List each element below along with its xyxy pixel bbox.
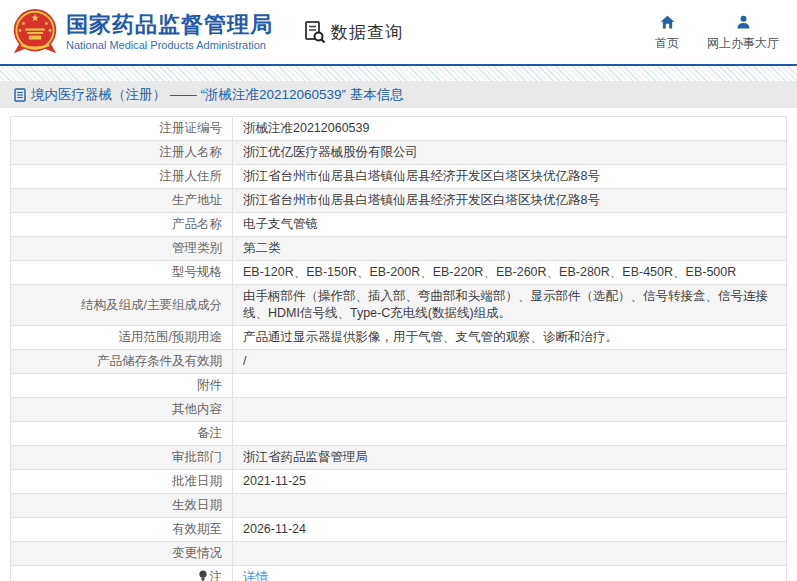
row-label: 审批部门 (172, 450, 222, 464)
row-label: 注册人住所 (160, 169, 223, 183)
table-row: 注 详情 (11, 566, 787, 581)
row-value-cell: EB-120R、EB-150R、EB-200R、EB-220R、EB-260R、… (233, 261, 787, 285)
row-value-cell (233, 374, 787, 398)
row-value: 浙江省台州市仙居县白塔镇仙居县经济开发区白塔区块优亿路8号 (243, 193, 600, 207)
row-value-cell: 由手柄部件（操作部、插入部、弯曲部和头端部）、显示部件（选配）、信号转接盒、信号… (233, 285, 787, 326)
row-value: 浙江省药品监督管理局 (243, 450, 368, 464)
table-row: 生产地址 浙江省台州市仙居县白塔镇仙居县经济开发区白塔区块优亿路8号 (11, 189, 787, 213)
nav-hall-label: 网上办事大厅 (707, 35, 779, 52)
row-label: 型号规格 (172, 265, 222, 279)
table-row: 管理类别 第二类 (11, 237, 787, 261)
svg-text:★: ★ (18, 28, 23, 33)
svg-text:★: ★ (31, 12, 40, 23)
nav-service-hall[interactable]: 网上办事大厅 (707, 14, 779, 52)
row-label: 适用范围/预期用途 (119, 330, 222, 344)
row-value-cell: 浙械注准20212060539 (233, 117, 787, 141)
table-row: 结构及组成/主要组成成分 由手柄部件（操作部、插入部、弯曲部和头端部）、显示部件… (11, 285, 787, 326)
row-value: 2021-11-25 (243, 474, 306, 488)
row-value: 由手柄部件（操作部、插入部、弯曲部和头端部）、显示部件（选配）、信号转接盒、信号… (243, 289, 768, 320)
document-icon (14, 88, 26, 102)
row-value: 浙械注准20212060539 (243, 121, 369, 135)
table-row: 产品储存条件及有效期 / (11, 350, 787, 374)
table-row: 适用范围/预期用途 产品通过显示器提供影像，用于气管、支气管的观察、诊断和治疗。 (11, 326, 787, 350)
row-label: 注 (210, 570, 223, 581)
hatch-divider (0, 66, 797, 81)
detail-link[interactable]: 详情 (243, 570, 268, 581)
table-row: 注册人住所 浙江省台州市仙居县白塔镇仙居县经济开发区白塔区块优亿路8号 (11, 165, 787, 189)
table-row: 产品名称 电子支气管镜 (11, 213, 787, 237)
national-emblem-icon: ★ ★ ★ ★ ★ (12, 7, 58, 57)
row-value-cell: 第二类 (233, 237, 787, 261)
svg-text:★: ★ (44, 21, 49, 26)
row-value: 第二类 (243, 241, 281, 255)
top-nav: 首页 网上办事大厅 (655, 14, 779, 52)
row-value: 浙江省台州市仙居县白塔镇仙居县经济开发区白塔区块优亿路8号 (243, 169, 600, 183)
row-value: EB-120R、EB-150R、EB-200R、EB-220R、EB-260R、… (243, 265, 736, 279)
site-header: ★ ★ ★ ★ ★ 国家药品监督管理局 National Medical Pro… (0, 0, 797, 66)
row-label: 批准日期 (172, 474, 222, 488)
row-value-cell: 浙江省台州市仙居县白塔镇仙居县经济开发区白塔区块优亿路8号 (233, 189, 787, 213)
row-label: 有效期至 (172, 522, 222, 536)
nmpa-logo[interactable]: ★ ★ ★ ★ ★ 国家药品监督管理局 National Medical Pro… (0, 7, 273, 57)
row-label: 附件 (197, 378, 222, 392)
row-value-cell: 2021-11-25 (233, 470, 787, 494)
data-query-link[interactable]: 数据查询 (303, 20, 403, 44)
info-table: 注册证编号 浙械注准20212060539 注册人名称 浙江优亿医疗器械股份有限… (10, 116, 787, 581)
row-value-cell (233, 542, 787, 566)
table-row: 型号规格 EB-120R、EB-150R、EB-200R、EB-220R、EB-… (11, 261, 787, 285)
row-label: 注册证编号 (160, 121, 223, 135)
svg-text:★: ★ (21, 21, 26, 26)
row-label: 其他内容 (172, 402, 222, 416)
row-value: 电子支气管镜 (243, 217, 318, 231)
table-row: 其他内容 (11, 398, 787, 422)
info-table-body: 注册证编号 浙械注准20212060539 注册人名称 浙江优亿医疗器械股份有限… (11, 117, 787, 581)
svg-text:★: ★ (48, 28, 53, 33)
table-row: 变更情况 (11, 542, 787, 566)
row-value-cell: 电子支气管镜 (233, 213, 787, 237)
nav-home[interactable]: 首页 (655, 14, 679, 52)
table-row: 附件 (11, 374, 787, 398)
row-value-cell: 详情 (233, 566, 787, 581)
row-label: 注册人名称 (160, 145, 223, 159)
breadcrumb: 境内医疗器械（注册） —— “浙械注准20212060539” 基本信息 (0, 81, 797, 108)
table-row: 注册证编号 浙械注准20212060539 (11, 117, 787, 141)
row-value-cell: 浙江省台州市仙居县白塔镇仙居县经济开发区白塔区块优亿路8号 (233, 165, 787, 189)
row-value: / (243, 354, 246, 368)
row-value: 产品通过显示器提供影像，用于气管、支气管的观察、诊断和治疗。 (243, 330, 618, 344)
row-value-cell (233, 494, 787, 518)
org-name-en: National Medical Products Administration (66, 38, 273, 52)
home-icon (659, 14, 676, 31)
row-label: 管理类别 (172, 241, 222, 255)
row-value-cell: 产品通过显示器提供影像，用于气管、支气管的观察、诊断和治疗。 (233, 326, 787, 350)
row-label: 备注 (197, 426, 222, 440)
org-name-cn: 国家药品监督管理局 (66, 12, 273, 38)
table-row: 备注 (11, 422, 787, 446)
info-table-wrap: 注册证编号 浙械注准20212060539 注册人名称 浙江优亿医疗器械股份有限… (10, 116, 787, 581)
row-value-cell: 浙江省药品监督管理局 (233, 446, 787, 470)
table-row: 批准日期 2021-11-25 (11, 470, 787, 494)
org-names: 国家药品监督管理局 National Medical Products Admi… (66, 12, 273, 52)
row-label: 生效日期 (172, 498, 222, 512)
row-value: 浙江优亿医疗器械股份有限公司 (243, 145, 418, 159)
lightbulb-icon (198, 570, 208, 581)
row-label: 变更情况 (172, 546, 222, 560)
row-label: 结构及组成/主要组成成分 (81, 298, 222, 312)
table-row: 审批部门 浙江省药品监督管理局 (11, 446, 787, 470)
breadcrumb-text: 境内医疗器械（注册） —— “浙械注准20212060539” 基本信息 (31, 86, 404, 104)
table-row: 注册人名称 浙江优亿医疗器械股份有限公司 (11, 141, 787, 165)
row-label: 产品名称 (172, 217, 222, 231)
row-label: 生产地址 (172, 193, 222, 207)
row-value: 2026-11-24 (243, 522, 306, 536)
row-label: 产品储存条件及有效期 (97, 354, 222, 368)
data-query-label: 数据查询 (331, 21, 403, 44)
table-row: 生效日期 (11, 494, 787, 518)
row-value-cell: 2026-11-24 (233, 518, 787, 542)
person-icon (735, 14, 752, 31)
row-value-cell (233, 398, 787, 422)
row-value-cell: 浙江优亿医疗器械股份有限公司 (233, 141, 787, 165)
row-value-cell: / (233, 350, 787, 374)
table-row: 有效期至 2026-11-24 (11, 518, 787, 542)
document-search-icon (303, 20, 327, 44)
nav-home-label: 首页 (655, 35, 679, 52)
row-value-cell (233, 422, 787, 446)
